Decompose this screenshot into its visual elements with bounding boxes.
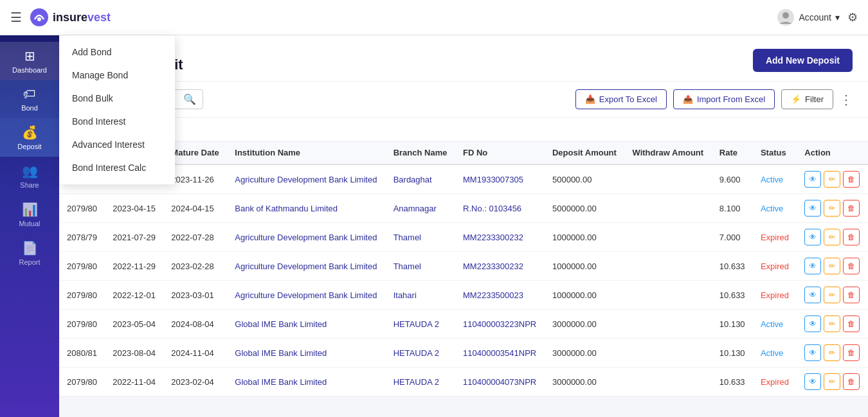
edit-button[interactable]: ✏: [824, 315, 840, 332]
dropdown-bond-interest[interactable]: Bond Interest: [59, 110, 175, 133]
institution-link[interactable]: Bank of Kathmandu Limited: [235, 204, 338, 213]
view-button[interactable]: 👁: [804, 344, 821, 361]
cell-institution: Global IME Bank Limited: [227, 368, 385, 396]
cell-mature-date: 2022-07-28: [163, 223, 227, 252]
delete-button[interactable]: 🗑: [843, 287, 860, 303]
fd-no-link[interactable]: MM2233300232: [463, 262, 523, 271]
settings-button[interactable]: ⚙: [847, 10, 858, 24]
delete-button[interactable]: 🗑: [843, 315, 860, 332]
status-badge: Expired: [761, 377, 789, 387]
cell-status: Active: [753, 339, 797, 368]
delete-button[interactable]: 🗑: [843, 373, 860, 390]
cell-institution: Bank of Kathmandu Limited: [227, 194, 385, 223]
branch-link[interactable]: Thamel: [393, 262, 421, 271]
edit-button[interactable]: ✏: [824, 229, 840, 245]
edit-button[interactable]: ✏: [824, 373, 840, 390]
cell-deposit-amount: 3000000.00: [545, 368, 625, 396]
edit-button[interactable]: ✏: [824, 287, 840, 303]
edit-button[interactable]: ✏: [824, 258, 840, 274]
table-row: 2079/80 2023-05-04 2024-08-04 Global IME…: [59, 310, 868, 339]
cell-institution: Global IME Bank Limited: [227, 310, 385, 339]
account-button[interactable]: Account ▾: [777, 8, 840, 26]
navbar: ☰ insurevest Account ▾ ⚙: [0, 0, 868, 35]
view-button[interactable]: 👁: [804, 229, 821, 245]
institution-link[interactable]: Global IME Bank Limited: [235, 319, 327, 329]
import-excel-button[interactable]: 📤 Import From Excel: [673, 89, 775, 109]
bond-icon: 🏷: [23, 87, 36, 102]
dropdown-bond-bulk[interactable]: Bond Bulk: [59, 87, 175, 110]
view-button[interactable]: 👁: [804, 200, 821, 217]
cell-mature-date: 2024-08-04: [163, 310, 227, 339]
branch-link[interactable]: Thamel: [393, 233, 421, 242]
view-button[interactable]: 👁: [804, 373, 821, 390]
col-fd-no: FD No: [455, 141, 545, 164]
filter-button[interactable]: ⚡ Filter: [781, 89, 833, 109]
branch-link[interactable]: Anamnagar: [393, 204, 437, 213]
edit-button[interactable]: ✏: [824, 200, 840, 217]
export-excel-button[interactable]: 📥 Export To Excel: [575, 89, 667, 109]
delete-button[interactable]: 🗑: [843, 258, 860, 274]
sidebar-item-deposit[interactable]: 💰 Deposit: [0, 118, 59, 157]
action-buttons: 👁 ✏ 🗑: [804, 373, 860, 390]
branch-link[interactable]: Bardaghat: [393, 175, 432, 184]
institution-link[interactable]: Agriculture Development Bank Limited: [235, 290, 377, 300]
fd-no-link[interactable]: MM2233300232: [463, 233, 523, 242]
svg-point-3: [782, 12, 789, 19]
view-button[interactable]: 👁: [804, 258, 821, 274]
institution-link[interactable]: Agriculture Development Bank Limited: [235, 175, 377, 184]
cell-institution: Agriculture Development Bank Limited: [227, 223, 385, 252]
cell-deposit-amount: 5000000.00: [545, 194, 625, 223]
cell-fd-no: R.No.: 0103456: [455, 194, 545, 223]
share-icon: 👥: [22, 163, 38, 179]
delete-button[interactable]: 🗑: [843, 171, 860, 188]
cell-start-date: 2022-11-04: [105, 368, 163, 396]
fd-no-link[interactable]: 110400003541NPR: [463, 348, 536, 358]
sidebar-item-bond[interactable]: 🏷 Bond: [0, 80, 59, 118]
add-new-deposit-button[interactable]: Add New Deposit: [753, 49, 853, 72]
institution-link[interactable]: Global IME Bank Limited: [235, 377, 327, 387]
view-button[interactable]: 👁: [804, 287, 821, 303]
edit-button[interactable]: ✏: [824, 344, 840, 361]
cell-action: 👁 ✏ 🗑: [797, 339, 868, 368]
hamburger-button[interactable]: ☰: [10, 10, 22, 25]
cell-action: 👁 ✏ 🗑: [797, 164, 868, 194]
more-options-button[interactable]: ⋮: [840, 92, 853, 107]
institution-link[interactable]: Agriculture Development Bank Limited: [235, 233, 377, 242]
delete-button[interactable]: 🗑: [843, 229, 860, 245]
branch-link[interactable]: HETAUDA 2: [393, 348, 439, 358]
branch-link[interactable]: HETAUDA 2: [393, 377, 439, 387]
dashboard-icon: ⊞: [24, 48, 35, 64]
sidebar-item-report[interactable]: 📄 Report: [0, 234, 59, 272]
fd-no-link[interactable]: MM1933007305: [463, 175, 523, 184]
sidebar-item-share[interactable]: 👥 Share: [0, 157, 59, 195]
fd-no-link[interactable]: MM2233500023: [463, 290, 523, 300]
fd-no-link[interactable]: R.No.: 0103456: [463, 204, 521, 213]
edit-button[interactable]: ✏: [824, 171, 840, 188]
cell-withdraw-amount: [625, 339, 712, 368]
cell-branch: Itahari: [386, 281, 455, 310]
dropdown-manage-bond[interactable]: Manage Bond: [59, 64, 175, 87]
delete-button[interactable]: 🗑: [843, 200, 860, 217]
sidebar-label-share: Share: [20, 181, 39, 189]
dropdown-advanced-interest[interactable]: Advanced Interest: [59, 133, 175, 156]
cell-fd-no: 110400004073NPR: [455, 368, 545, 396]
sidebar-item-dashboard[interactable]: ⊞ Dashboard: [0, 42, 59, 80]
fd-no-link[interactable]: 110400003223NPR: [463, 319, 536, 329]
branch-link[interactable]: Itahari: [393, 290, 417, 300]
sidebar-item-mutual[interactable]: 📊 Mutual: [0, 195, 59, 234]
cell-status: Active: [753, 164, 797, 194]
navbar-left: ☰ insurevest: [10, 8, 111, 27]
table-row: 2079/80 2022-11-29 2023-02-28 Agricultur…: [59, 252, 868, 281]
cell-withdraw-amount: [625, 368, 712, 396]
fd-no-link[interactable]: 110400004073NPR: [463, 377, 536, 387]
table-row: 2078/79 2022-02-07 2023-11-26 Agricultur…: [59, 164, 868, 194]
dropdown-add-bond[interactable]: Add Bond: [59, 40, 175, 64]
branch-link[interactable]: HETAUDA 2: [393, 319, 439, 329]
dropdown-bond-interest-calc[interactable]: Bond Interest Calc: [59, 156, 175, 179]
institution-link[interactable]: Agriculture Development Bank Limited: [235, 262, 377, 271]
view-button[interactable]: 👁: [804, 315, 821, 332]
view-button[interactable]: 👁: [804, 171, 821, 188]
delete-button[interactable]: 🗑: [843, 344, 860, 361]
cell-institution: Agriculture Development Bank Limited: [227, 252, 385, 281]
institution-link[interactable]: Global IME Bank Limited: [235, 348, 327, 358]
